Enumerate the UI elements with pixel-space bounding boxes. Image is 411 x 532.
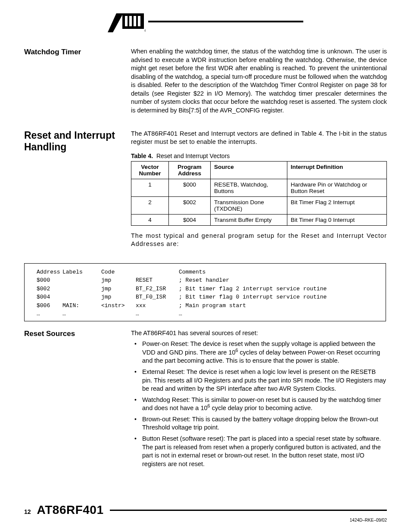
table-row: 1 $000 RESETB, Watchdog, Buttons Hardwar… (131, 179, 387, 196)
table-header-row: Vector Number Program Address Source Int… (131, 161, 387, 179)
table-row: 2 $002 Transmission Done (TXDONE) Bit Ti… (131, 196, 387, 214)
svg-rect-4 (134, 16, 136, 26)
list-item: External Reset: The device is reset when… (131, 368, 387, 393)
svg-rect-5 (138, 16, 140, 26)
page-number: 12 (24, 508, 31, 515)
table-row: 4 $004 Transmit Buffer Empty Bit Timer F… (131, 214, 387, 225)
doc-title: AT86RF401 (37, 503, 104, 517)
table4-caption: Table 4. Reset and Interrupt Vectors (131, 152, 387, 159)
para-after-table: The most typical and general program set… (131, 232, 387, 249)
list-item: Power-on Reset: The device is reset when… (131, 340, 387, 365)
svg-rect-3 (129, 16, 132, 26)
code-listing: Address Labels Code Comments $000 jmp RE… (24, 263, 386, 321)
heading-reset-interrupt: Reset and Interrupt Handling (24, 130, 131, 255)
svg-text:®: ® (144, 29, 146, 32)
atmel-logo: ® (108, 13, 146, 32)
heading-watchdog-timer: Watchdog Timer (24, 47, 131, 121)
header-rule (148, 21, 303, 22)
heading-reset-sources: Reset Sources (24, 329, 131, 471)
para-reset-intro: The AT86RF401 Reset and Interrupt vector… (131, 130, 387, 146)
svg-rect-2 (125, 16, 128, 26)
reset-sources-list: Power-on Reset: The device is reset when… (131, 340, 387, 468)
footer-rule (110, 510, 387, 511)
para-reset-sources-intro: The AT86RF401 has several sources of res… (131, 329, 387, 338)
para-watchdog: When enabling the watchdog timer, the st… (131, 47, 387, 115)
list-item: Brown-out Reset: This is caused by the b… (131, 415, 387, 432)
header-logo-row: ® (24, 12, 387, 34)
table-reset-vectors: Vector Number Program Address Source Int… (131, 161, 387, 226)
doc-id: 1424D–RKE–09/02 (24, 518, 387, 523)
list-item: Watchdog Reset: This is similar to power… (131, 396, 387, 413)
list-item: Button Reset (software reset): The part … (131, 435, 387, 468)
svg-marker-0 (108, 13, 123, 32)
